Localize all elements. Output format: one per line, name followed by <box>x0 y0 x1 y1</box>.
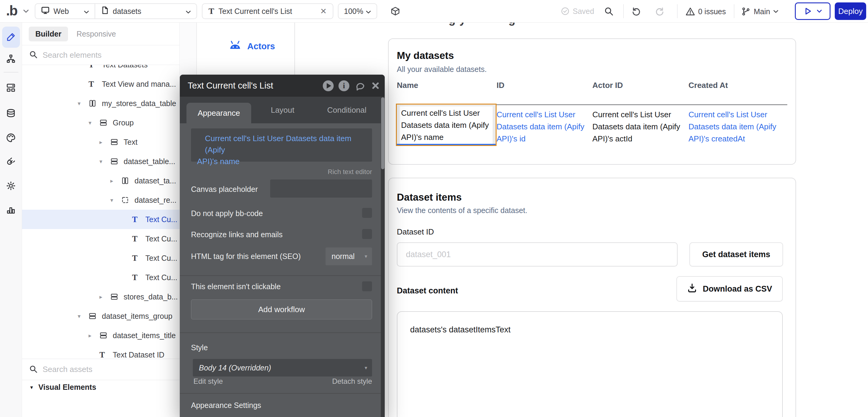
edit-style-link[interactable]: Edit style <box>193 377 223 386</box>
tab-layout[interactable]: Layout <box>261 97 304 123</box>
download-csv-button[interactable]: Download as CSV <box>676 276 783 301</box>
text-expression-editor[interactable]: Current cell's List User Datasets data i… <box>191 128 372 162</box>
canvas-placeholder-input[interactable] <box>270 180 372 198</box>
chevron-down-icon[interactable] <box>23 9 29 14</box>
zoom-select[interactable]: 100% <box>338 3 377 19</box>
preview-button[interactable] <box>795 2 831 20</box>
undo-button[interactable] <box>631 6 641 17</box>
style-label: Style <box>191 343 208 352</box>
tree-item-text-view[interactable]: T Text View and mana... <box>22 74 180 94</box>
tree-item-text-datasets[interactable]: T Text Datasets <box>22 65 180 74</box>
tree-item-dataset-items-group[interactable]: ▾ dataset_items_group <box>22 307 180 326</box>
deploy-button[interactable]: Deploy <box>835 2 866 20</box>
recognize-links-checkbox[interactable] <box>362 229 372 239</box>
tree-item-text-current-cell[interactable]: T Text Cu... <box>22 229 180 248</box>
tree-item-my-stores-data-table[interactable]: ▾ my_stores_data_table <box>22 94 180 113</box>
tree-item-dataset-re[interactable]: ▾ dataset_re... <box>22 190 180 210</box>
close-inspector-button[interactable] <box>370 80 381 92</box>
repeating-group-icon <box>121 196 132 204</box>
rail-item-workflow[interactable] <box>3 52 19 67</box>
open-element-tab[interactable]: T Text Current cell's List ✕ <box>202 3 333 19</box>
caret-down-icon[interactable]: ▾ <box>78 313 89 320</box>
search-icon[interactable] <box>604 6 614 17</box>
page-select[interactable]: datasets <box>95 4 196 19</box>
tree-item-group[interactable]: ▾ Group <box>22 113 180 132</box>
html-tag-label: HTML tag for this element (SEO) <box>191 252 301 261</box>
package-icon[interactable] <box>391 6 400 17</box>
redo-button[interactable] <box>655 6 665 17</box>
panel-tabs: Builder Responsive <box>22 23 180 45</box>
caret-right-icon[interactable]: ▸ <box>99 139 110 146</box>
caret-down-icon: ▾ <box>365 365 367 371</box>
caret-down-icon[interactable]: ▾ <box>89 119 99 126</box>
not-clickable-checkbox[interactable] <box>362 281 372 291</box>
tab-conditional[interactable]: Conditional <box>322 97 372 123</box>
tree-item-text-current-cell[interactable]: T Text Cu... <box>22 248 180 268</box>
tab-builder[interactable]: Builder <box>29 27 68 41</box>
git-branch-icon <box>741 7 751 16</box>
mode-select[interactable]: Web <box>35 4 95 19</box>
caret-right-icon[interactable]: ▸ <box>89 332 99 339</box>
comment-button[interactable] <box>354 80 365 92</box>
tree-item-dataset-table[interactable]: ▾ dataset_table... <box>22 152 180 171</box>
dataset-content-label: Dataset content <box>397 286 458 295</box>
rail-item-design[interactable] <box>2 27 20 48</box>
rail-item-data[interactable] <box>3 106 19 122</box>
html-tag-dropdown[interactable]: normal ▾ <box>326 248 372 265</box>
caret-right-icon[interactable]: ▸ <box>99 293 110 300</box>
column-header-actor-id: Actor ID <box>592 81 623 90</box>
dataset-table-row: Current cell's List User Datasets data i… <box>396 104 788 153</box>
rich-text-editor-link[interactable]: Rich text editor <box>328 168 372 176</box>
branch-select[interactable]: Main <box>741 7 779 16</box>
caret-right-icon[interactable]: ▸ <box>110 178 121 184</box>
issues-indicator[interactable]: 0 issues <box>685 7 726 16</box>
style-dropdown[interactable]: Body 14 (Overridden) ▾ <box>193 359 372 377</box>
tree-item-dataset-items-title[interactable]: ▸ dataset_items_title <box>22 326 180 345</box>
search-assets-input[interactable] <box>42 365 157 374</box>
visual-elements-section[interactable]: ▾ Visual Elements <box>22 380 180 394</box>
detach-style-link[interactable]: Detach style <box>332 377 372 386</box>
comment-icon <box>354 81 365 91</box>
cell-actor-id-text[interactable]: Current cell's List User Datasets data i… <box>592 108 685 145</box>
inspector-title: Text Current cell's List <box>188 81 322 91</box>
search-elements-input[interactable] <box>42 51 157 60</box>
close-tab-icon[interactable]: ✕ <box>320 7 327 16</box>
scrollbar-thumb[interactable] <box>381 97 384 169</box>
rail-item-plugins[interactable] <box>3 155 19 170</box>
tree-item-text-current-cell[interactable]: T Text Cu... <box>22 268 180 287</box>
bubble-logo[interactable]: .b <box>6 2 17 19</box>
dataset-content-textarea[interactable]: datasets's datasetItemsText <box>397 311 783 417</box>
tree-item-dataset-ta[interactable]: ▸ dataset_ta... <box>22 171 180 190</box>
rail-item-components[interactable] <box>3 81 19 96</box>
preview-element-button[interactable] <box>322 80 334 92</box>
divider <box>180 393 385 394</box>
element-info-button[interactable]: i <box>338 80 350 92</box>
bbcode-checkbox[interactable] <box>362 208 372 218</box>
tree-item-stores-data-b[interactable]: ▸ stores_data_b... <box>22 287 180 307</box>
rail-item-settings[interactable] <box>3 179 19 194</box>
tab-responsive[interactable]: Responsive <box>76 30 116 38</box>
nav-actors[interactable]: Actors <box>228 40 275 52</box>
tab-appearance[interactable]: Appearance <box>186 103 251 123</box>
tree-item-text-dataset-id[interactable]: T Text Dataset ID <box>22 345 180 359</box>
get-dataset-items-button[interactable]: Get dataset items <box>689 242 783 266</box>
inspector-header[interactable]: Text Current cell's List i <box>180 75 385 97</box>
play-icon <box>803 7 812 16</box>
page-icon <box>101 6 109 16</box>
caret-down-icon[interactable]: ▾ <box>78 100 89 107</box>
rail-item-styles[interactable] <box>3 131 19 146</box>
caret-down-icon[interactable]: ▾ <box>110 197 121 204</box>
dataset-id-input[interactable] <box>397 242 678 266</box>
search-assets-bar <box>22 359 180 380</box>
caret-down-icon[interactable]: ▾ <box>99 158 110 165</box>
add-workflow-button[interactable]: Add workflow <box>191 299 372 319</box>
cell-created-at-text[interactable]: Current cell's List User Datasets data i… <box>688 108 781 145</box>
property-inspector: Text Current cell's List i Appearance La <box>180 75 385 417</box>
text-element-icon: T <box>132 235 143 243</box>
monitor-icon <box>41 6 50 17</box>
tree-item-text-current-cell-selected[interactable]: T Text Cu... <box>22 210 180 229</box>
tree-item-text-group[interactable]: ▸ Text <box>22 132 180 152</box>
rail-item-logs[interactable] <box>3 203 19 218</box>
cell-id-text[interactable]: Current cell's List User Datasets data i… <box>497 108 589 145</box>
selected-text-element-name[interactable]: Current cell's List User Datasets data i… <box>396 104 497 146</box>
